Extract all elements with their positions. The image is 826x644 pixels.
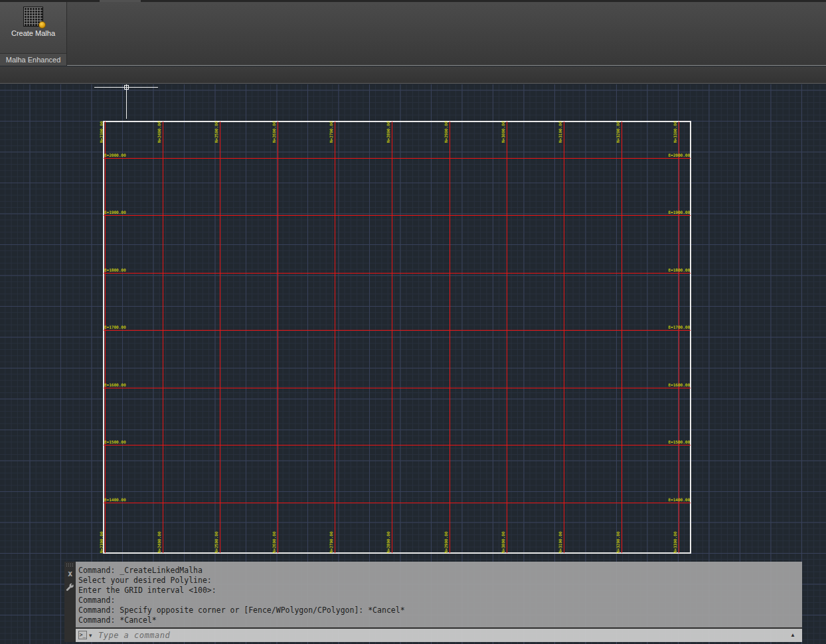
mesh-label-east-left[interactable]: E=1700.00 (104, 325, 132, 329)
mesh-label-north-bottom[interactable]: N=3200.00 (616, 532, 621, 553)
mesh-label-north-top[interactable]: N=2800.00 (386, 121, 391, 143)
command-history-line: Enter the GRID interval <100>: (78, 586, 802, 596)
mesh-label-north-bottom[interactable]: N=3000.00 (501, 532, 506, 553)
mesh-label-north-top[interactable]: N=3000.00 (501, 121, 506, 143)
mesh-grid-line-vertical[interactable] (564, 121, 564, 553)
mesh-label-text: N=2800.00 (386, 121, 391, 143)
mesh-label-north-bottom[interactable]: N=2900.00 (444, 532, 449, 553)
drag-grip-icon[interactable] (66, 563, 74, 567)
command-window-side-strip[interactable]: x (64, 562, 76, 642)
ribbon: Create Malha Malha Enhanced (0, 0, 826, 84)
mesh-label-east-right[interactable]: E=1800.00 (662, 268, 690, 272)
mesh-grid-line-vertical[interactable] (392, 121, 392, 553)
command-input-placeholder[interactable]: Type a command (98, 630, 170, 641)
mesh-grid-line-horizontal[interactable] (104, 388, 691, 388)
mesh-label-east-left[interactable]: E=2000.00 (104, 153, 132, 157)
command-history-line: Command: Specify opposite corner or [Fen… (78, 605, 802, 615)
dropdown-caret-icon[interactable]: ▾ (89, 630, 92, 641)
mesh-label-north-top[interactable]: N=3100.00 (558, 121, 563, 143)
command-history-line: Command: (78, 596, 802, 605)
mesh-label-text: N=2900.00 (444, 532, 449, 553)
mesh-label-text: N=2600.00 (272, 121, 277, 143)
mesh-label-north-bottom[interactable]: N=2700.00 (329, 532, 334, 553)
mesh-grid-line-vertical[interactable] (450, 121, 450, 553)
mesh-label-north-bottom[interactable]: N=2600.00 (272, 532, 277, 553)
mesh-label-north-top[interactable]: N=2900.00 (444, 121, 449, 143)
mesh-label-north-top[interactable]: N=3300.00 (673, 121, 678, 143)
mesh-label-text: N=2700.00 (329, 121, 334, 143)
mesh-grid-line-horizontal[interactable] (104, 273, 691, 274)
mesh-grid-line-vertical[interactable] (507, 121, 507, 553)
mesh-grid-line-vertical[interactable] (621, 121, 622, 553)
create-malha-button[interactable]: Create Malha (1, 3, 65, 52)
command-window: x Command: _CreateLinkedMalhaSelect your… (64, 562, 802, 642)
close-icon[interactable]: x (64, 568, 76, 579)
mesh-label-north-bottom[interactable]: N=2400.00 (157, 532, 162, 553)
mesh-label-east-right[interactable]: E=1700.00 (662, 325, 690, 329)
mesh-label-text: N=3300.00 (673, 121, 678, 143)
mesh-label-north-top[interactable]: N=3200.00 (616, 121, 621, 143)
mesh-label-east-right[interactable]: E=1500.00 (662, 440, 690, 444)
mesh-label-text: N=2300.00 (99, 532, 104, 553)
ribbon-body: Create Malha Malha Enhanced (0, 2, 826, 66)
recent-commands-button[interactable]: >_ (78, 631, 87, 639)
malha-grid-icon (23, 7, 43, 27)
mesh-label-east-left[interactable]: E=1400.00 (104, 497, 132, 502)
mesh-label-north-bottom[interactable]: N=2500.00 (214, 532, 219, 553)
mesh-label-east-left[interactable]: E=1900.00 (104, 210, 132, 214)
mesh-label-north-bottom[interactable]: N=2300.00 (99, 532, 104, 553)
mesh-label-north-bottom[interactable]: N=3300.00 (673, 532, 678, 553)
command-history-line: Command: *Cancel* (78, 615, 802, 625)
mesh-label-text: N=2800.00 (386, 532, 391, 553)
mesh-label-text: N=3100.00 (558, 532, 563, 553)
mesh-label-north-top[interactable]: N=2700.00 (329, 121, 334, 143)
mesh-label-east-left[interactable]: E=1600.00 (104, 382, 132, 387)
mesh-label-east-right[interactable]: E=2000.00 (662, 153, 690, 157)
drawing-layer: N=2300.00N=2300.00N=2400.00N=2400.00N=25… (0, 0, 826, 644)
mesh-grid-line-vertical[interactable] (105, 121, 106, 553)
mesh-grid-line-horizontal[interactable] (104, 330, 691, 331)
mesh-grid-line-vertical[interactable] (278, 121, 278, 553)
mesh-grid-line-vertical[interactable] (220, 121, 220, 553)
command-history-line: Select your desired Polyline: (78, 576, 802, 586)
mesh-label-text: N=3000.00 (501, 532, 506, 553)
mesh-label-text: N=2400.00 (157, 121, 162, 143)
mesh-label-text: N=2500.00 (214, 121, 219, 143)
node-dot-glyph (39, 21, 46, 29)
mesh-label-north-bottom[interactable]: N=2800.00 (386, 532, 391, 553)
mesh-label-north-top[interactable]: N=2400.00 (157, 121, 162, 143)
mesh-label-text: N=3200.00 (616, 532, 621, 553)
mesh-label-north-top[interactable]: N=2600.00 (272, 121, 277, 143)
mesh-grid-line-horizontal[interactable] (104, 215, 691, 216)
mesh-label-text: N=2300.00 (99, 121, 104, 143)
mesh-label-north-top[interactable]: N=2500.00 (214, 121, 219, 143)
mesh-label-text: N=3100.00 (558, 121, 563, 143)
mesh-label-east-left[interactable]: E=1500.00 (104, 440, 132, 444)
mesh-grid-line-vertical[interactable] (679, 121, 679, 553)
customize-wrench-icon[interactable] (65, 583, 75, 593)
mesh-grid-line-horizontal[interactable] (104, 503, 691, 503)
mesh-label-north-bottom[interactable]: N=3100.00 (558, 532, 563, 553)
scroll-up-arrow-icon[interactable]: ▲ (790, 631, 795, 640)
mesh-grid-line-vertical[interactable] (163, 121, 163, 553)
mesh-label-text: N=2400.00 (157, 532, 162, 553)
create-malha-button-label: Create Malha (1, 29, 65, 37)
mesh-label-east-right[interactable]: E=1900.00 (662, 210, 690, 214)
mesh-label-east-right[interactable]: E=1400.00 (662, 497, 690, 502)
ribbon-subbar (0, 66, 826, 84)
mesh-label-text: N=2500.00 (214, 532, 219, 553)
command-history[interactable]: Command: _CreateLinkedMalhaSelect your d… (76, 562, 802, 627)
mesh-boundary-polyline[interactable] (103, 121, 691, 554)
mesh-grid-line-horizontal[interactable] (104, 445, 691, 445)
command-input-row[interactable]: >_ ▾ Type a command ▲ (76, 627, 802, 642)
panel-title[interactable]: Malha Enhanced (0, 53, 66, 66)
crosshair-pickbox (124, 85, 129, 90)
mesh-label-north-top[interactable]: N=2300.00 (99, 121, 104, 143)
mesh-grid-line-horizontal[interactable] (104, 158, 691, 159)
mesh-label-text: N=2700.00 (329, 532, 334, 553)
mesh-label-east-left[interactable]: E=1800.00 (104, 268, 132, 272)
command-history-line: Command: _CreateLinkedMalha (78, 566, 802, 576)
mesh-grid-line-vertical[interactable] (335, 121, 335, 553)
mesh-label-text: N=3300.00 (673, 532, 678, 553)
mesh-label-east-right[interactable]: E=1600.00 (662, 382, 690, 387)
